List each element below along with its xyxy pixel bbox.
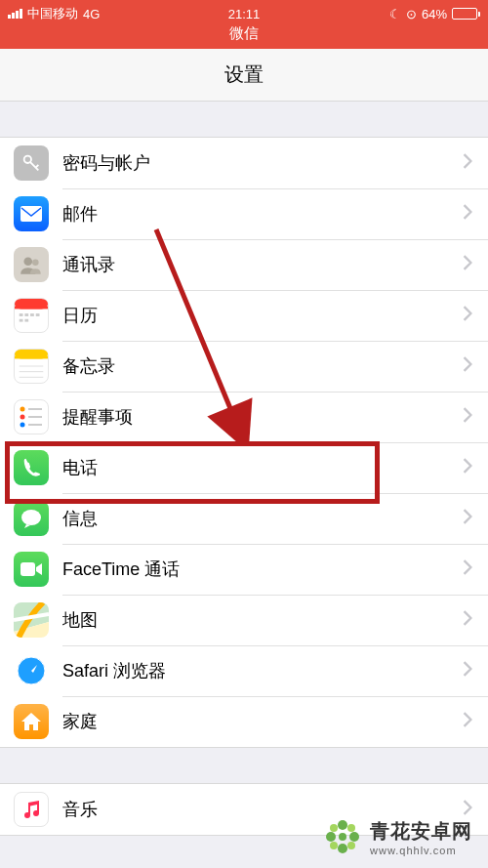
safari-icon — [14, 653, 49, 688]
row-home[interactable]: 家庭 — [0, 696, 488, 747]
chevron-right-icon — [463, 204, 472, 224]
svg-rect-5 — [15, 307, 48, 310]
watermark: 青花安卓网 www.qhhlv.com — [321, 815, 472, 858]
status-right: ☾ ⊙ 64% — [389, 7, 480, 21]
row-label: FaceTime 通话 — [62, 558, 463, 581]
music-icon — [14, 792, 49, 827]
network-label: 4G — [83, 7, 100, 21]
svg-point-28 — [338, 820, 347, 830]
chevron-right-icon — [463, 255, 472, 274]
row-reminders[interactable]: 提醒事项 — [0, 392, 488, 442]
battery-icon — [452, 8, 480, 20]
key-icon — [14, 145, 49, 181]
spacer-2 — [0, 748, 488, 783]
row-calendar[interactable]: 日历 — [0, 290, 488, 341]
row-label: 密码与帐户 — [62, 151, 463, 175]
home-icon — [14, 704, 49, 739]
alarm-icon: ⊙ — [406, 7, 417, 21]
row-safari[interactable]: Safari 浏览器 — [0, 645, 488, 696]
svg-rect-7 — [24, 313, 28, 316]
row-label: 地图 — [62, 608, 463, 632]
row-contacts[interactable]: 通讯录 — [0, 239, 488, 290]
page-title-bar: 设置 — [0, 49, 488, 102]
nav-bar: 微信 — [0, 27, 488, 49]
row-label: 电话 — [62, 456, 463, 479]
svg-point-30 — [338, 844, 347, 853]
svg-point-19 — [20, 423, 25, 428]
chevron-right-icon — [463, 306, 472, 325]
calendar-icon — [14, 298, 49, 333]
svg-point-34 — [347, 842, 355, 849]
contacts-icon — [14, 247, 49, 282]
page-title: 设置 — [224, 62, 264, 88]
row-label: 日历 — [62, 304, 463, 327]
reminders-icon — [14, 399, 49, 434]
battery-pct: 64% — [422, 7, 447, 21]
svg-rect-13 — [15, 356, 48, 359]
svg-rect-10 — [20, 319, 23, 322]
watermark-url: www.qhhlv.com — [370, 845, 472, 856]
svg-point-0 — [24, 156, 31, 163]
status-bar: 中国移动 4G 21:11 ☾ ⊙ 64% — [0, 0, 488, 27]
maps-icon — [14, 602, 49, 638]
svg-rect-9 — [36, 313, 40, 316]
chevron-right-icon — [463, 356, 472, 376]
watermark-title: 青花安卓网 — [370, 818, 472, 845]
chevron-right-icon — [463, 407, 472, 427]
chevron-right-icon — [463, 153, 472, 173]
clock: 21:11 — [228, 7, 261, 21]
svg-rect-6 — [20, 313, 23, 316]
moon-icon: ☾ — [389, 7, 401, 21]
row-passwords[interactable]: 密码与帐户 — [0, 138, 488, 188]
chevron-right-icon — [463, 712, 472, 731]
chevron-right-icon — [463, 509, 472, 528]
svg-point-35 — [330, 842, 338, 849]
svg-point-17 — [20, 407, 25, 412]
svg-point-36 — [330, 824, 338, 832]
row-facetime[interactable]: FaceTime 通话 — [0, 544, 488, 595]
svg-point-31 — [326, 832, 336, 842]
row-maps[interactable]: 地图 — [0, 595, 488, 645]
svg-rect-11 — [24, 319, 28, 322]
svg-rect-8 — [30, 313, 34, 316]
chevron-right-icon — [463, 661, 472, 681]
row-label: 通讯录 — [62, 253, 463, 276]
watermark-logo-icon — [321, 815, 364, 858]
row-notes[interactable]: 备忘录 — [0, 341, 488, 392]
row-messages[interactable]: 信息 — [0, 493, 488, 544]
signal-icon — [8, 9, 22, 19]
svg-rect-24 — [20, 562, 35, 576]
settings-group-1: 密码与帐户 邮件 通讯录 日历 备忘录 提醒事项 — [0, 137, 488, 748]
row-mail[interactable]: 邮件 — [0, 188, 488, 239]
row-label: 家庭 — [62, 710, 463, 733]
row-label: 提醒事项 — [62, 405, 463, 429]
svg-point-29 — [349, 832, 359, 842]
svg-rect-1 — [20, 206, 42, 222]
row-phone[interactable]: 电话 — [0, 442, 488, 493]
svg-point-32 — [339, 833, 346, 841]
row-label: Safari 浏览器 — [62, 659, 463, 682]
facetime-icon — [14, 552, 49, 587]
svg-point-23 — [21, 510, 41, 525]
messages-icon — [14, 501, 49, 536]
row-label: 信息 — [62, 507, 463, 530]
mail-icon — [14, 196, 49, 231]
carrier-label: 中国移动 — [27, 5, 78, 22]
phone-icon — [14, 450, 49, 485]
svg-point-33 — [347, 824, 355, 832]
svg-point-18 — [20, 415, 25, 420]
notes-icon — [14, 349, 49, 384]
svg-point-2 — [23, 257, 32, 266]
chevron-right-icon — [463, 610, 472, 630]
status-left: 中国移动 4G — [8, 5, 100, 22]
spacer — [0, 102, 488, 137]
chevron-right-icon — [463, 559, 472, 579]
svg-point-3 — [32, 260, 39, 267]
chevron-right-icon — [463, 458, 472, 477]
row-label: 邮件 — [62, 202, 463, 226]
nav-title: 微信 — [229, 24, 259, 41]
row-label: 备忘录 — [62, 354, 463, 378]
